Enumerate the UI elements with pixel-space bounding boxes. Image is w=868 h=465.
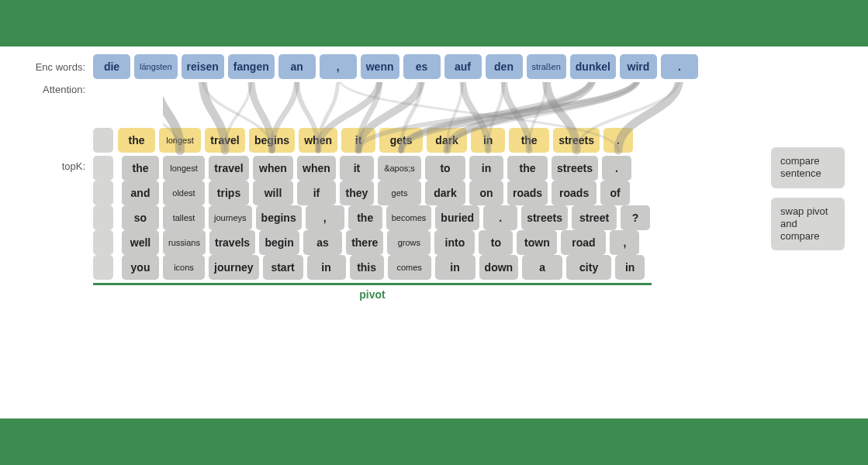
topk-token[interactable]: city [566,255,611,280]
enc-token[interactable]: reisen [182,54,224,79]
topk-token[interactable]: longest [163,156,205,181]
topk-token[interactable]: tallest [163,205,205,230]
dec-token[interactable]: . [603,128,633,153]
topk-row: andoldesttripswilliftheygetsdarkonroadsr… [93,181,650,205]
enc-token[interactable]: . [661,54,698,79]
topk-lead-slot [93,181,113,205]
dec-token[interactable]: travel [205,128,245,153]
attention-row: Attention: [23,82,845,125]
topk-token[interactable]: in [469,156,503,181]
topk-token[interactable]: streets [552,156,598,181]
topk-lead-slot [93,156,113,181]
topk-token[interactable]: , [610,230,639,255]
enc-token[interactable]: wird [620,54,657,79]
topk-token[interactable]: so [122,205,159,230]
topk-token[interactable]: start [263,255,303,280]
enc-token[interactable]: , [320,54,357,79]
topk-token[interactable]: &apos;s [378,156,421,181]
swap-pivot-compare-button[interactable]: swap pivot and compare [771,198,845,251]
topk-token[interactable]: grows [387,230,431,255]
topk-token[interactable]: russians [163,230,206,255]
dec-token[interactable]: longest [159,128,201,153]
topk-token[interactable]: they [340,181,374,205]
topk-token[interactable]: street [572,205,617,230]
topk-token[interactable]: on [469,181,503,205]
topk-token[interactable]: to [479,230,513,255]
dec-token[interactable]: begins [249,128,295,153]
dec-token[interactable]: streets [553,128,600,153]
dec-token[interactable]: in [471,128,505,153]
topk-token[interactable]: in [307,255,346,280]
side-controls: compare sentence swap pivot and compare [771,147,845,250]
topk-token[interactable]: trips [209,181,249,205]
enc-token[interactable]: auf [444,54,482,79]
compare-sentence-button[interactable]: compare sentence [771,147,845,188]
topk-token[interactable]: roads [552,181,597,205]
dec-token[interactable]: the [118,128,155,153]
enc-token[interactable]: straßen [527,54,566,79]
topk-token[interactable]: the [122,156,159,181]
dec-token[interactable]: when [299,128,337,153]
topk-token[interactable]: there [346,230,383,255]
topk-token[interactable]: a [522,255,562,280]
topk-token[interactable]: , [306,205,344,230]
enc-token[interactable]: längsten [134,54,178,79]
topk-token[interactable]: travel [209,156,249,181]
topk-token[interactable]: journeys [209,205,252,230]
topk-token[interactable]: journey [209,255,259,280]
topk-token[interactable]: will [253,181,293,205]
topk-token[interactable]: well [122,230,159,255]
topk-token[interactable]: and [122,181,159,205]
enc-token[interactable]: dunkel [570,54,616,79]
topk-token[interactable]: gets [378,181,421,205]
topk-token[interactable]: road [561,230,606,255]
topk-token[interactable]: the [507,156,548,181]
topk-token[interactable]: buried [435,205,479,230]
topk-token[interactable]: as [303,230,342,255]
topk-lead-slot [93,255,113,280]
enc-token[interactable]: wenn [361,54,399,79]
topk-token[interactable]: icons [163,255,205,280]
enc-token[interactable]: die [93,54,130,79]
top-banner [0,0,868,46]
topk-token[interactable]: in [435,255,475,280]
topk-token[interactable]: the [348,205,382,230]
topk-token[interactable]: becomes [386,205,432,230]
topk-token[interactable]: roads [507,181,548,205]
enc-token[interactable]: fangen [228,54,275,79]
topk-body: thelongesttravelwhenwhenit&apos;stointhe… [93,156,650,280]
topk-token[interactable]: down [479,255,519,280]
dec-token[interactable]: the [509,128,549,153]
topk-row: wellrussianstravelsbeginastheregrowsinto… [93,230,650,255]
topk-token[interactable]: if [297,181,336,205]
topk-token[interactable]: . [483,205,517,230]
topk-token[interactable]: it [340,156,374,181]
topk-token[interactable]: of [600,181,630,205]
topk-token[interactable]: town [517,230,557,255]
topk-token[interactable]: you [122,255,159,280]
dec-token[interactable]: gets [379,128,423,153]
topk-token[interactable]: when [297,156,336,181]
topk-token[interactable]: into [434,230,475,255]
topk-token[interactable]: begin [259,230,299,255]
topk-token[interactable]: dark [425,181,465,205]
dec-token[interactable]: it [341,128,375,153]
topk-token[interactable]: in [615,255,645,280]
topk-row: sotallestjourneysbegins,thebecomesburied… [93,205,650,230]
dec-token[interactable]: dark [427,128,467,153]
decoder-tokens: thelongesttravelbeginswhenitgetsdarkinth… [118,128,633,153]
topk-token[interactable]: travels [209,230,255,255]
topk-token[interactable]: oldest [163,181,205,205]
topk-token[interactable]: when [253,156,293,181]
topk-token[interactable]: . [602,156,631,181]
topk-token[interactable]: to [425,156,465,181]
topk-token[interactable]: begins [256,205,302,230]
enc-token[interactable]: den [486,54,523,79]
topk-token[interactable]: this [350,255,384,280]
pivot-label: pivot [359,288,385,301]
enc-token[interactable]: an [278,54,316,79]
topk-token[interactable]: streets [521,205,568,230]
enc-token[interactable]: es [403,54,441,79]
topk-token[interactable]: comes [388,255,431,280]
topk-token[interactable]: ? [621,205,650,230]
